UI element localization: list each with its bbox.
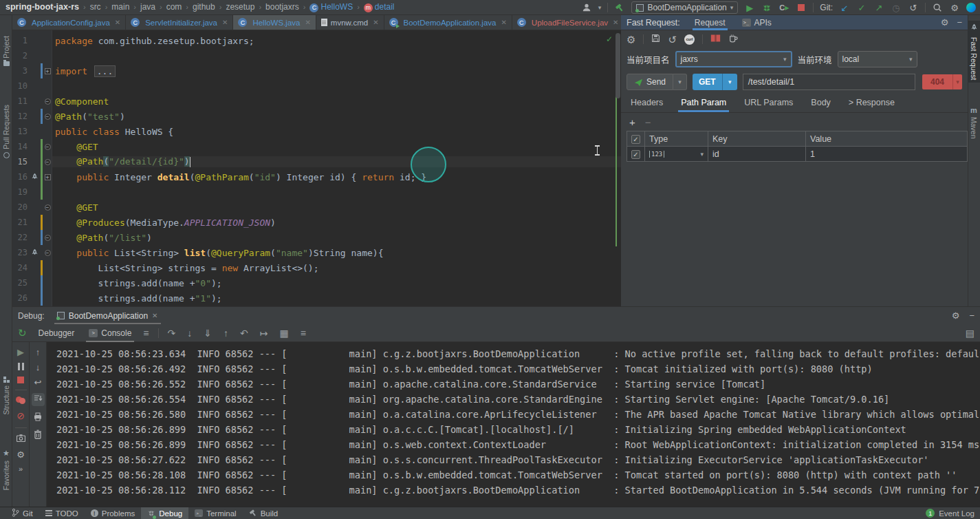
key-cell[interactable]: id: [708, 147, 806, 162]
reset-icon[interactable]: ↺: [668, 34, 677, 45]
fold-marker[interactable]: −: [43, 98, 52, 105]
git-push-icon[interactable]: ↗: [873, 2, 884, 13]
request-tab-body[interactable]: Body: [811, 98, 831, 112]
send-button[interactable]: Send: [627, 74, 673, 90]
fold-plus-icon[interactable]: +: [45, 68, 51, 74]
fold-minus-icon[interactable]: −: [45, 144, 51, 150]
git-update-icon[interactable]: ↙: [839, 2, 850, 13]
send-options-arrow[interactable]: ▾: [673, 74, 687, 90]
settings-gear-icon[interactable]: ⚙: [949, 2, 960, 13]
fold-minus-icon[interactable]: −: [45, 235, 51, 241]
editor-scrollbar[interactable]: [616, 33, 620, 98]
breadcrumb-item[interactable]: com: [166, 2, 182, 12]
hide-panel-icon[interactable]: −: [957, 18, 962, 27]
search-everywhere-icon[interactable]: [932, 2, 943, 13]
down-stack-icon[interactable]: ↓: [36, 363, 41, 372]
fold-minus-icon[interactable]: −: [45, 114, 51, 120]
layout-icon[interactable]: ▤: [966, 328, 974, 339]
fold-minus-icon[interactable]: −: [45, 250, 51, 256]
tool-button-project[interactable]: Project: [0, 36, 12, 66]
code-text[interactable]: @GET: [52, 202, 621, 213]
clear-console-trash-icon[interactable]: [34, 430, 42, 441]
fold-marker[interactable]: +: [43, 68, 52, 74]
add-param-icon[interactable]: +: [629, 116, 635, 128]
layout-settings-icon[interactable]: ≡: [301, 328, 306, 339]
fold-marker[interactable]: −: [43, 114, 52, 120]
fast-request-rocket-icon[interactable]: [29, 173, 41, 182]
soft-wrap-icon[interactable]: ↩: [34, 378, 42, 387]
code-editor[interactable]: 1package com.github.zesetup.bootjaxrs;23…: [12, 30, 621, 306]
fold-marker[interactable]: −: [43, 235, 52, 241]
statusbar-problems[interactable]: !Problems: [85, 507, 142, 519]
fold-minus-icon[interactable]: −: [45, 159, 51, 165]
stop-button[interactable]: [796, 2, 807, 13]
ide-logo-icon[interactable]: [966, 3, 976, 12]
more-actions-icon[interactable]: »: [19, 465, 23, 473]
evaluate-expression-icon[interactable]: ▦: [279, 328, 288, 339]
pause-icon[interactable]: [18, 363, 24, 370]
fold-minus-icon[interactable]: −: [45, 204, 51, 211]
breadcrumb-item[interactable]: bootjaxrs: [265, 2, 299, 12]
code-text[interactable]: public class HelloWS {: [52, 127, 621, 137]
config-gear-icon[interactable]: ⚙: [627, 34, 635, 45]
debug-settings-gear-icon[interactable]: ⚙: [952, 311, 960, 320]
tool-button-maven[interactable]: mMaven: [968, 103, 980, 142]
close-tab-icon[interactable]: ✕: [501, 19, 506, 26]
print-icon[interactable]: [33, 412, 43, 423]
fold-marker[interactable]: −: [43, 250, 52, 256]
coffee-icon[interactable]: [728, 34, 738, 45]
type-cell[interactable]: 123▾: [645, 147, 708, 162]
statusbar-debug[interactable]: Debug: [141, 507, 188, 519]
stop-icon[interactable]: [17, 377, 24, 383]
code-text[interactable]: @Component: [52, 96, 621, 107]
request-tab-headers[interactable]: Headers: [631, 98, 663, 112]
save-icon[interactable]: [651, 34, 660, 45]
tool-button-pull-requests[interactable]: Pull Requests: [0, 105, 12, 158]
breadcrumb-class[interactable]: CHelloWS: [309, 2, 353, 12]
project-select[interactable]: jaxrs▾: [675, 51, 792, 67]
select-all-checkbox[interactable]: ✓: [631, 135, 640, 144]
tool-button-favorites[interactable]: ★Favorites: [0, 449, 12, 490]
code-text[interactable]: public List<String> list(@QueryParam("na…: [52, 248, 621, 258]
run-configuration-select[interactable]: BootDemoApplication ▾: [631, 1, 738, 14]
step-out-icon[interactable]: ↑: [224, 328, 228, 339]
close-tab-icon[interactable]: ✕: [613, 19, 618, 26]
run-to-cursor-icon[interactable]: ↦: [260, 328, 268, 339]
fast-request-rocket-icon[interactable]: [29, 248, 41, 257]
breadcrumb-project[interactable]: spring-boot-jax-rs: [6, 2, 79, 12]
hide-debug-icon[interactable]: −: [969, 311, 974, 320]
run-button[interactable]: ▶: [744, 2, 755, 13]
profiler-button[interactable]: C▶: [778, 2, 790, 13]
force-step-into-icon[interactable]: ⇓: [204, 328, 212, 339]
git-commit-icon[interactable]: ✓: [856, 2, 867, 13]
editor-tab[interactable]: CServletInitializer.java✕: [126, 15, 233, 30]
close-tab-icon[interactable]: ✕: [305, 19, 310, 26]
code-text[interactable]: import ...: [52, 66, 621, 76]
statusbar-git[interactable]: Git: [6, 507, 39, 519]
fold-plus-icon[interactable]: +: [45, 174, 51, 180]
tool-button-fast-request[interactable]: Fast Request: [968, 21, 980, 83]
statusbar-build[interactable]: Build: [243, 507, 285, 519]
breadcrumb-item[interactable]: main: [111, 2, 129, 12]
fast-request-settings-icon[interactable]: ⚙: [941, 18, 949, 27]
value-cell[interactable]: 1: [806, 147, 968, 162]
fold-marker[interactable]: +: [43, 174, 52, 180]
thread-dump-camera-icon[interactable]: [17, 434, 25, 444]
tab-request[interactable]: Request: [693, 15, 728, 30]
url-input[interactable]: /test/detail/1: [743, 74, 915, 90]
console-menu-icon[interactable]: ≡: [143, 328, 149, 339]
code-text[interactable]: @Path("test"): [52, 112, 621, 122]
editor-tab[interactable]: CApplicationConfig.java✕: [12, 15, 126, 30]
close-tab-icon[interactable]: ✕: [222, 19, 228, 26]
code-text[interactable]: @Path("/list"): [52, 233, 621, 243]
tab-console[interactable]: >Console: [86, 324, 134, 342]
user-icon[interactable]: [581, 2, 592, 13]
console-output[interactable]: 2021-10-25 08:56:23.634 INFO 68562 --- […: [47, 342, 980, 507]
breadcrumb-item[interactable]: src: [90, 2, 101, 12]
code-text[interactable]: @Produces(MediaType.APPLICATION_JSON): [52, 218, 621, 228]
scroll-to-end-icon[interactable]: [32, 393, 45, 406]
build-hammer-icon[interactable]: [614, 2, 625, 13]
code-text[interactable]: @GET: [52, 142, 621, 152]
param-row[interactable]: ✓123▾id1: [627, 147, 968, 162]
code-text[interactable]: List<String> strings = new ArrayList<>()…: [52, 263, 621, 273]
